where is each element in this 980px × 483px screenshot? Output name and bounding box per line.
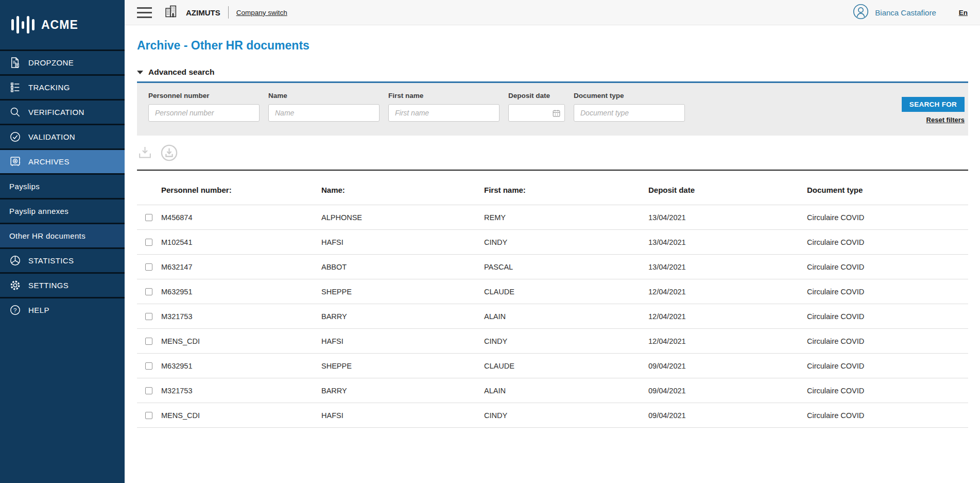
gear-icon xyxy=(9,279,21,292)
first-name-field-group: First name xyxy=(388,92,500,136)
sidebar-item-validation[interactable]: VALIDATION xyxy=(0,124,125,148)
row-checkbox[interactable] xyxy=(145,239,152,246)
row-checkbox[interactable] xyxy=(145,288,152,295)
cell-name: ABBOT xyxy=(321,263,484,271)
row-checkbox[interactable] xyxy=(145,387,152,394)
name-input[interactable] xyxy=(268,104,380,122)
sidebar-item-tracking[interactable]: TRACKING xyxy=(0,74,125,99)
table-row: MENS_CDIHAFSICINDY12/04/2021Circulaire C… xyxy=(137,328,968,353)
cell-personnel-number: MENS_CDI xyxy=(161,411,321,420)
first-name-input[interactable] xyxy=(388,104,500,122)
reset-filters-link[interactable]: Reset filters xyxy=(926,116,965,124)
download-circle-icon[interactable] xyxy=(160,144,178,162)
triangle-down-icon xyxy=(137,71,143,74)
cell-name: BARRY xyxy=(321,387,484,395)
help-circle-icon: ? xyxy=(9,304,21,317)
svg-text:?: ? xyxy=(13,307,17,313)
sidebar-item-help[interactable]: ?HELP xyxy=(0,297,125,322)
row-checkbox[interactable] xyxy=(145,412,152,419)
page-title: Archive - Other HR documents xyxy=(137,39,968,53)
deposit-date-input[interactable] xyxy=(508,104,565,122)
row-checkbox[interactable] xyxy=(145,362,152,370)
cell-name: HAFSI xyxy=(321,337,484,345)
user-avatar-icon[interactable] xyxy=(853,4,869,22)
table-row: MENS_CDIHAFSICINDY09/04/2021Circulaire C… xyxy=(137,403,968,427)
table-row: M456874ALPHONSEREMY13/04/2021Circulaire … xyxy=(137,205,968,229)
sidebar-item-label: SETTINGS xyxy=(28,281,68,290)
sidebar-item-label: Payslips xyxy=(9,182,40,191)
table-body: M456874ALPHONSEREMY13/04/2021Circulaire … xyxy=(137,205,968,428)
sidebar-item-payslips[interactable]: Payslips xyxy=(0,173,125,198)
table-row: M102541HAFSICINDY13/04/2021Circulaire CO… xyxy=(137,229,968,254)
app-logo: ACME xyxy=(0,0,125,49)
check-circle-icon xyxy=(9,131,21,143)
logo-text: ACME xyxy=(41,18,78,32)
cell-deposit-date: 09/04/2021 xyxy=(648,362,807,370)
cell-deposit-date: 12/04/2021 xyxy=(648,288,807,296)
cell-document-type: Circulaire COVID xyxy=(807,263,968,271)
sidebar-item-label: Payslip annexes xyxy=(9,207,68,215)
sidebar-item-label: DROPZONE xyxy=(28,58,74,67)
content: Archive - Other HR documents Advanced se… xyxy=(125,25,980,483)
row-checkbox[interactable] xyxy=(145,313,152,320)
cell-personnel-number: M632951 xyxy=(161,362,321,370)
advanced-search-panel: Personnel number Name First name Deposit… xyxy=(137,83,968,136)
table-row: M632951SHEPPECLAUDE09/04/2021Circulaire … xyxy=(137,353,968,378)
sidebar-item-label: HELP xyxy=(28,306,49,314)
company-switch-link[interactable]: Company switch xyxy=(236,9,287,16)
cell-name: SHEPPE xyxy=(321,288,484,296)
table-header-row: Personnel number: Name: First name: Depo… xyxy=(137,171,968,205)
magnifier-icon xyxy=(9,106,21,119)
document-type-label: Document type xyxy=(574,92,685,99)
cell-document-type: Circulaire COVID xyxy=(807,238,968,246)
cell-personnel-number: M632951 xyxy=(161,288,321,296)
cell-deposit-date: 09/04/2021 xyxy=(648,411,807,420)
sidebar-item-label: VERIFICATION xyxy=(28,108,84,116)
cell-name: BARRY xyxy=(321,312,484,321)
sidebar-nav: DROPZONETRACKINGVERIFICATIONVALIDATIONAR… xyxy=(0,49,125,322)
table-row: M321753BARRYALAIN12/04/2021Circulaire CO… xyxy=(137,304,968,328)
main-area: AZIMUTS Company switch Bianca Castafiore… xyxy=(125,0,980,483)
cell-first-name: CINDY xyxy=(484,337,648,345)
cell-personnel-number: M456874 xyxy=(161,213,321,222)
col-header-personnel-number: Personnel number: xyxy=(161,186,321,194)
cell-deposit-date: 13/04/2021 xyxy=(648,238,807,246)
buildings-icon xyxy=(164,4,178,21)
cell-first-name: PASCAL xyxy=(484,263,648,271)
table-row: M632951SHEPPECLAUDE12/04/2021Circulaire … xyxy=(137,279,968,304)
sidebar-item-dropzone[interactable]: DROPZONE xyxy=(0,49,125,74)
advanced-search-toggle[interactable]: Advanced search xyxy=(137,68,968,83)
safe-vault-icon xyxy=(9,156,21,168)
document-upload-icon xyxy=(9,57,21,69)
cell-document-type: Circulaire COVID xyxy=(807,312,968,321)
topbar: AZIMUTS Company switch Bianca Castafiore… xyxy=(125,0,980,25)
table-row: M632147ABBOTPASCAL13/04/2021Circulaire C… xyxy=(137,254,968,279)
row-checkbox[interactable] xyxy=(145,214,152,221)
download-icon[interactable] xyxy=(137,145,153,161)
table-toolbar xyxy=(137,136,968,171)
cell-first-name: ALAIN xyxy=(484,387,648,395)
row-checkbox[interactable] xyxy=(145,338,152,345)
sidebar-item-payslip-annexes[interactable]: Payslip annexes xyxy=(0,198,125,223)
search-for-button[interactable]: SEARCH FOR xyxy=(902,97,965,112)
sidebar-item-settings[interactable]: SETTINGS xyxy=(0,272,125,297)
col-header-document-type: Document type xyxy=(807,186,968,194)
hamburger-icon[interactable] xyxy=(137,7,152,18)
personnel-number-input[interactable] xyxy=(148,104,260,122)
personnel-number-field-group: Personnel number xyxy=(148,92,260,136)
sidebar-item-other-hr-documents[interactable]: Other HR documents xyxy=(0,223,125,247)
deposit-date-label: Deposit date xyxy=(508,92,565,99)
sidebar-item-archives[interactable]: ARCHIVES xyxy=(0,148,125,173)
cell-first-name: REMY xyxy=(484,213,648,222)
user-name[interactable]: Bianca Castafiore xyxy=(875,8,936,17)
advanced-search-heading: Advanced search xyxy=(148,68,214,77)
language-switch-link[interactable]: En xyxy=(959,9,968,16)
cell-personnel-number: M102541 xyxy=(161,238,321,246)
document-type-input[interactable] xyxy=(574,104,685,122)
sidebar-item-statistics[interactable]: STATISTICS xyxy=(0,247,125,272)
sidebar: ACME DROPZONETRACKINGVERIFICATIONVALIDAT… xyxy=(0,0,125,483)
cell-deposit-date: 09/04/2021 xyxy=(648,387,807,395)
row-checkbox[interactable] xyxy=(145,263,152,271)
sidebar-item-verification[interactable]: VERIFICATION xyxy=(0,99,125,124)
equalizer-bars-icon xyxy=(11,16,35,34)
